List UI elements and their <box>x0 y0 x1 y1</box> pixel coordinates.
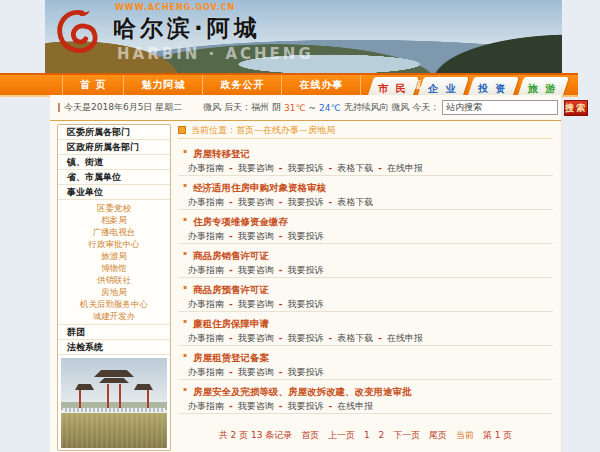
tab-investment[interactable]: 投 资 <box>468 77 519 95</box>
sidebar-item-mass-organizations[interactable]: 群团 <box>58 325 170 340</box>
nav-item-online-services[interactable]: 在线办事 <box>282 75 361 95</box>
sidebar-subgroup: 区委党校 档案局 广播电视台 行政审批中心 旅游局 博物馆 供销联社 房地局 机… <box>58 200 170 325</box>
service-link[interactable]: 表格下载 <box>324 197 374 207</box>
service-link[interactable]: 我要投诉 <box>274 367 324 377</box>
search-button[interactable]: 搜索 <box>564 100 588 116</box>
service-title[interactable]: 房屋安全及完损等级、房屋改拆改建、改变用途审批 <box>193 386 412 397</box>
service-link[interactable]: 办事指南 <box>188 401 224 411</box>
service-link[interactable]: 我要投诉 <box>274 401 324 411</box>
weather-tilde: ~ <box>309 103 317 113</box>
nav-item-home[interactable]: 首 页 <box>62 75 124 95</box>
service-item: 廉租住房保障申请 办事指南我要咨询我要投诉表格下载在线申报 <box>178 312 553 346</box>
service-link[interactable]: 我要咨询 <box>224 231 274 241</box>
service-link[interactable]: 我要投诉 <box>274 333 324 343</box>
service-title[interactable]: 商品房销售许可证 <box>193 250 269 261</box>
service-links: 办事指南我要咨询我要投诉 <box>178 228 553 240</box>
pagination-page-2[interactable]: 2 <box>379 430 385 440</box>
service-link[interactable]: 我要咨询 <box>224 265 274 275</box>
site-url: WWW.ACHENG.GOV.CN <box>115 3 235 12</box>
service-links: 办事指南我要咨询我要投诉表格下载在线申报 <box>178 330 553 342</box>
service-link[interactable]: 我要投诉 <box>274 163 324 173</box>
service-item: 房屋租赁登记备案 办事指南我要咨询我要投诉 <box>178 346 553 380</box>
service-links: 办事指南我要咨询我要投诉表格下载 <box>178 194 553 206</box>
service-link[interactable]: 我要咨询 <box>224 163 274 173</box>
service-title[interactable]: 住房专项维修资金缴存 <box>193 216 288 227</box>
service-link[interactable]: 我要咨询 <box>224 299 274 309</box>
calendar-icon <box>58 103 60 112</box>
service-link[interactable]: 办事指南 <box>188 367 224 377</box>
photo-gate-roof <box>75 384 94 390</box>
service-item: 商品房销售许可证 办事指南我要咨询我要投诉 <box>178 244 553 278</box>
service-link[interactable]: 我要咨询 <box>224 197 274 207</box>
sidebar-subitem-housing-bureau[interactable]: 房地局 <box>58 286 170 298</box>
service-link[interactable]: 我要投诉 <box>274 299 324 309</box>
pagination-last[interactable]: 尾页 <box>429 430 447 440</box>
service-link[interactable]: 表格下载 <box>324 333 374 343</box>
service-link[interactable]: 我要投诉 <box>274 197 324 207</box>
weather-temp-low: 24℃ <box>319 103 341 113</box>
dragon-logo-icon[interactable] <box>50 5 108 65</box>
service-link[interactable]: 办事指南 <box>188 163 224 173</box>
sidebar-item-public-institutions[interactable]: 事业单位 <box>58 185 170 200</box>
service-link[interactable]: 办事指南 <box>188 299 224 309</box>
sidebar-item-district-committee-depts[interactable]: 区委所属各部门 <box>58 125 170 140</box>
service-title[interactable]: 经济适用住房申购对象资格审核 <box>193 182 326 193</box>
service-link[interactable]: 办事指南 <box>188 231 224 241</box>
photo-gate-pillar <box>147 390 149 408</box>
service-link[interactable]: 表格下载 <box>324 163 374 173</box>
service-link[interactable]: 在线申报 <box>324 401 374 411</box>
service-link[interactable]: 在线申报 <box>373 163 423 173</box>
service-link[interactable]: 我要投诉 <box>274 231 324 241</box>
sidebar-subitem-urban-development[interactable]: 城建开发办 <box>58 310 170 322</box>
service-links: 办事指南我要咨询我要投诉 <box>178 262 553 274</box>
main-navigation: 首 页 魅力阿城 政务公开 在线办事 互动交流 市 民 企 业 投 资 旅 游 <box>0 73 578 95</box>
pagination-summary: 共 2 页 13 条记录 <box>219 430 293 440</box>
sidebar-subitem-tourism-bureau[interactable]: 旅游局 <box>58 250 170 262</box>
pagination-current-label: 当前 <box>456 430 474 440</box>
service-link[interactable]: 我要咨询 <box>224 401 274 411</box>
tab-enterprise[interactable]: 企 业 <box>418 77 469 95</box>
nav-item-gov-affairs[interactable]: 政务公开 <box>203 75 282 95</box>
service-title[interactable]: 房屋租赁登记备案 <box>193 352 269 363</box>
service-link[interactable]: 我要投诉 <box>274 265 324 275</box>
service-title[interactable]: 廉租住房保障申请 <box>193 318 269 329</box>
service-item: 住房专项维修资金缴存 办事指南我要咨询我要投诉 <box>178 210 553 244</box>
tab-citizen[interactable]: 市 民 <box>368 77 419 95</box>
sidebar-subitem-broadcast-tv[interactable]: 广播电视台 <box>58 226 170 238</box>
pagination-page-1[interactable]: 1 <box>364 430 370 440</box>
tab-tourism[interactable]: 旅 游 <box>518 77 569 95</box>
photo-fence <box>63 408 165 412</box>
service-title[interactable]: 商品房预售许可证 <box>193 284 269 295</box>
sidebar-item-court-procuratorate[interactable]: 法检系统 <box>58 340 170 355</box>
service-title[interactable]: 房屋转移登记 <box>193 148 250 159</box>
sidebar-subitem-admin-approval[interactable]: 行政审批中心 <box>58 238 170 250</box>
service-link[interactable]: 办事指南 <box>188 265 224 275</box>
service-link[interactable]: 办事指南 <box>188 333 224 343</box>
sidebar-subitem-museum[interactable]: 博物馆 <box>58 262 170 274</box>
service-links: 办事指南我要咨询我要投诉 <box>178 364 553 376</box>
site-title[interactable]: 哈尔滨·阿城 <box>113 13 261 44</box>
service-link[interactable]: 我要咨询 <box>224 367 274 377</box>
pagination-current-page: 第 1 页 <box>483 430 512 440</box>
breadcrumb-icon <box>178 126 186 134</box>
search-input[interactable] <box>442 100 558 115</box>
services-panel: 当前位置：首页—在线办事—房地局 房屋转移登记 办事指南我要咨询我要投诉表格下载… <box>178 124 553 442</box>
nav-item-charm[interactable]: 魅力阿城 <box>124 75 203 95</box>
service-links: 办事指南我要咨询我要投诉表格下载在线申报 <box>178 160 553 172</box>
sidebar-subitem-logistics-center[interactable]: 机关后勤服务中心 <box>58 298 170 310</box>
sidebar-subitem-supply-coop[interactable]: 供销联社 <box>58 274 170 286</box>
sidebar-subitem-archives[interactable]: 档案局 <box>58 214 170 226</box>
pagination-next[interactable]: 下一页 <box>393 430 420 440</box>
sidebar-item-provincial-city-units[interactable]: 省、市属单位 <box>58 170 170 185</box>
photo-gate-pillar <box>119 384 121 408</box>
service-list: 房屋转移登记 办事指南我要咨询我要投诉表格下载在线申报 经济适用住房申购对象资格… <box>178 142 553 414</box>
pagination-first[interactable]: 首页 <box>301 430 319 440</box>
sidebar-item-district-gov-depts[interactable]: 区政府所属各部门 <box>58 140 170 155</box>
sidebar-item-towns-streets[interactable]: 镇、街道 <box>58 155 170 170</box>
service-link[interactable]: 办事指南 <box>188 197 224 207</box>
service-link[interactable]: 我要咨询 <box>224 333 274 343</box>
pagination-prev[interactable]: 上一页 <box>328 430 355 440</box>
service-link[interactable]: 在线申报 <box>373 333 423 343</box>
sidebar-subitem-party-school[interactable]: 区委党校 <box>58 202 170 214</box>
breadcrumb-text: 当前位置：首页—在线办事—房地局 <box>191 124 335 137</box>
